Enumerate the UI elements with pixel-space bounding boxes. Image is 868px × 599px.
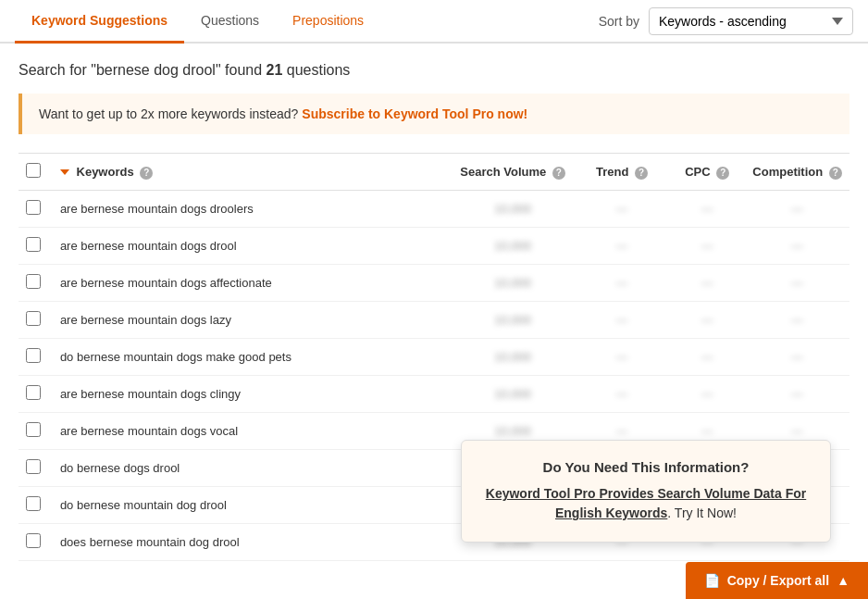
copy-export-button[interactable]: 📄 Copy / Export all ▲ xyxy=(686,562,868,599)
col-trend-header: Trend xyxy=(596,165,628,179)
row-trend: — xyxy=(575,339,670,376)
row-keyword: does bernese mountain dog drool xyxy=(53,524,452,561)
sort-select[interactable]: Keywords - ascending Keywords - descendi… xyxy=(649,7,853,35)
table-wrapper: Keywords ? Search Volume ? Trend ? CPC ? xyxy=(19,153,849,561)
row-keyword: do bernese dogs drool xyxy=(53,450,452,487)
row-checkbox-cell xyxy=(19,487,53,524)
row-checkbox[interactable] xyxy=(26,237,41,252)
row-checkbox[interactable] xyxy=(26,200,41,215)
search-count: 21 xyxy=(267,62,283,78)
row-keyword: are bernese mountain dogs vocal xyxy=(53,413,452,450)
cpc-help-icon[interactable]: ? xyxy=(716,167,729,180)
tabs-bar: Keyword Suggestions Questions Prepositio… xyxy=(0,0,868,44)
row-checkbox[interactable] xyxy=(26,496,41,511)
promo-banner: Want to get up to 2x more keywords inste… xyxy=(19,94,849,134)
row-checkbox[interactable] xyxy=(26,311,41,326)
row-checkbox[interactable] xyxy=(26,274,41,289)
search-suffix: questions xyxy=(287,62,351,78)
copy-icon: 📄 xyxy=(704,573,720,588)
row-checkbox-cell xyxy=(19,376,53,413)
row-trend: — xyxy=(575,228,670,265)
row-keyword: are bernese mountain dogs drool xyxy=(53,228,452,265)
row-competition: — xyxy=(745,302,849,339)
table-row: are bernese mountain dogs clingy 10,000 … xyxy=(19,376,849,413)
promo-link[interactable]: Subscribe to Keyword Tool Pro now! xyxy=(302,106,527,121)
sort-arrow-icon xyxy=(60,169,69,175)
row-keyword: do bernese mountain dog drool xyxy=(53,487,452,524)
volume-help-icon[interactable]: ? xyxy=(552,167,565,180)
row-competition: — xyxy=(745,228,849,265)
keywords-help-icon[interactable]: ? xyxy=(140,167,153,180)
row-cpc: — xyxy=(669,228,745,265)
row-cpc: — xyxy=(669,265,745,302)
row-checkbox-cell xyxy=(19,228,53,265)
chevron-up-icon: ▲ xyxy=(837,573,849,588)
search-prefix: Search for "bernese dog drool" found xyxy=(19,62,262,78)
row-cpc: — xyxy=(669,302,745,339)
tooltip-title: Do You Need This Information? xyxy=(484,459,808,475)
row-cpc: — xyxy=(669,339,745,376)
copy-export-label: Copy / Export all xyxy=(727,573,829,588)
row-volume: 10,000 xyxy=(451,302,574,339)
row-trend: — xyxy=(575,265,670,302)
tab-questions[interactable]: Questions xyxy=(184,0,276,44)
row-trend: — xyxy=(575,376,670,413)
row-volume: 10,000 xyxy=(451,191,574,228)
row-keyword: are bernese mountain dogs affectionate xyxy=(53,265,452,302)
main-content: Search for "bernese dog drool" found 21 … xyxy=(0,44,868,599)
row-checkbox-cell xyxy=(19,450,53,487)
row-trend: — xyxy=(575,302,670,339)
table-row: are bernese mountain dogs drool 10,000 —… xyxy=(19,228,849,265)
row-cpc: — xyxy=(669,376,745,413)
tooltip-body: Keyword Tool Pro Provides Search Volume … xyxy=(484,484,808,523)
row-keyword: are bernese mountain dogs clingy xyxy=(53,376,452,413)
competition-help-icon[interactable]: ? xyxy=(829,167,842,180)
row-competition: — xyxy=(745,376,849,413)
row-checkbox[interactable] xyxy=(26,348,41,363)
row-keyword: are bernese mountain dogs droolers xyxy=(53,191,452,228)
row-trend: — xyxy=(575,191,670,228)
row-checkbox[interactable] xyxy=(26,385,41,400)
row-checkbox-cell xyxy=(19,191,53,228)
row-checkbox[interactable] xyxy=(26,533,41,548)
col-cpc-header: CPC xyxy=(685,165,710,179)
table-row: do bernese mountain dogs make good pets … xyxy=(19,339,849,376)
row-competition: — xyxy=(745,265,849,302)
trend-help-icon[interactable]: ? xyxy=(635,167,648,180)
row-checkbox-cell xyxy=(19,339,53,376)
table-row: are bernese mountain dogs droolers 10,00… xyxy=(19,191,849,228)
row-competition: — xyxy=(745,339,849,376)
sort-area: Sort by Keywords - ascending Keywords - … xyxy=(599,7,853,35)
row-cpc: — xyxy=(669,191,745,228)
tab-keyword-suggestions[interactable]: Keyword Suggestions xyxy=(15,0,184,44)
row-volume: 10,000 xyxy=(451,376,574,413)
row-volume: 10,000 xyxy=(451,265,574,302)
keyword-tool-pro-tooltip: Do You Need This Information? Keyword To… xyxy=(461,440,831,543)
row-checkbox-cell xyxy=(19,524,53,561)
row-keyword: are bernese mountain dogs lazy xyxy=(53,302,452,339)
promo-text: Want to get up to 2x more keywords inste… xyxy=(39,106,298,121)
row-checkbox-cell xyxy=(19,302,53,339)
row-checkbox-cell xyxy=(19,413,53,450)
sort-label: Sort by xyxy=(599,14,639,29)
row-keyword: do bernese mountain dogs make good pets xyxy=(53,339,452,376)
row-volume: 10,000 xyxy=(451,339,574,376)
row-competition: — xyxy=(745,191,849,228)
row-checkbox[interactable] xyxy=(26,422,41,437)
tab-prepositions[interactable]: Prepositions xyxy=(276,0,380,44)
tooltip-link[interactable]: Keyword Tool Pro Provides Search Volume … xyxy=(486,486,806,520)
tooltip-body-after: . Try It Now! xyxy=(667,505,737,520)
row-checkbox-cell xyxy=(19,265,53,302)
col-keywords-header: Keywords xyxy=(77,165,134,179)
col-volume-header: Search Volume xyxy=(460,165,546,179)
row-volume: 10,000 xyxy=(451,228,574,265)
search-summary: Search for "bernese dog drool" found 21 … xyxy=(19,62,849,79)
table-row: are bernese mountain dogs lazy 10,000 — … xyxy=(19,302,849,339)
select-all-checkbox[interactable] xyxy=(26,163,41,178)
row-checkbox[interactable] xyxy=(26,459,41,474)
col-competition-header: Competition xyxy=(752,165,823,179)
table-row: are bernese mountain dogs affectionate 1… xyxy=(19,265,849,302)
